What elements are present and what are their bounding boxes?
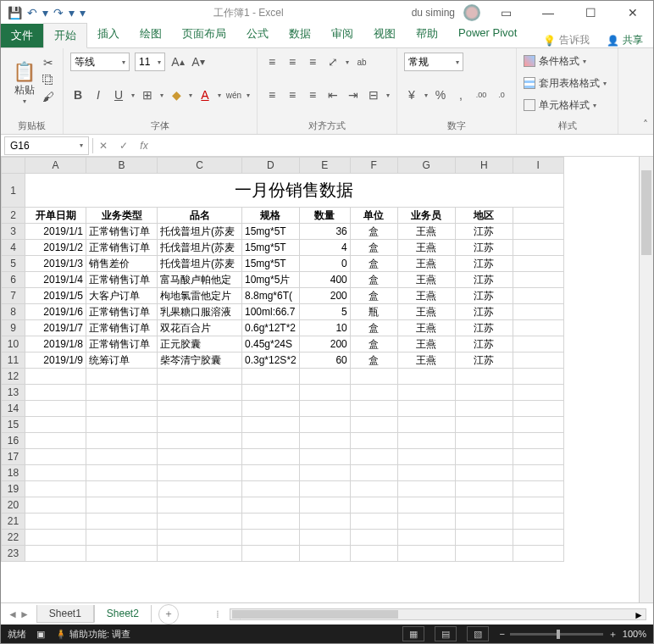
row-header-16[interactable]: 16: [2, 433, 25, 449]
col-header-C[interactable]: C: [158, 158, 242, 174]
close-icon[interactable]: ✕: [616, 1, 650, 25]
cell[interactable]: 正常销售订单: [86, 336, 158, 353]
cell[interactable]: 王燕: [397, 304, 455, 320]
add-sheet-button[interactable]: ＋: [158, 604, 179, 625]
cell[interactable]: 盒: [350, 353, 397, 369]
cell[interactable]: 双花百合片: [158, 320, 242, 336]
cell[interactable]: 盒: [350, 336, 397, 353]
align-bottom-icon[interactable]: ≡: [305, 54, 320, 69]
copy-icon[interactable]: ⿻: [41, 72, 56, 87]
cell[interactable]: 正常销售订单: [86, 272, 158, 288]
cell[interactable]: 大客户订单: [86, 288, 158, 304]
cell[interactable]: 正常销售订单: [86, 320, 158, 336]
cell[interactable]: 200: [299, 288, 350, 304]
indent-right-icon[interactable]: ⇥: [346, 87, 361, 103]
sheet-next-icon[interactable]: ►: [19, 608, 30, 620]
redo-icon[interactable]: ↷: [53, 6, 64, 19]
col-header-E[interactable]: E: [299, 158, 350, 174]
row-header-23[interactable]: 23: [2, 546, 25, 562]
row-header-18[interactable]: 18: [2, 465, 25, 481]
row-header-12[interactable]: 12: [2, 369, 25, 385]
cell[interactable]: 36: [299, 224, 350, 240]
decrease-font-icon[interactable]: A▾: [191, 54, 206, 69]
cell[interactable]: 200: [299, 336, 350, 353]
row-header-2[interactable]: 2: [2, 208, 25, 224]
dec-decimal-icon[interactable]: .0: [494, 87, 509, 103]
undo-more[interactable]: ▾: [42, 6, 48, 19]
tab-插入[interactable]: 插入: [87, 22, 130, 47]
cell[interactable]: 江苏: [455, 320, 513, 336]
orientation-icon[interactable]: ⤢: [325, 54, 341, 69]
currency-icon[interactable]: ¥: [404, 87, 419, 103]
cell[interactable]: 富马酸卢帕他定: [158, 272, 242, 288]
format-painter-icon[interactable]: 🖌: [41, 89, 56, 104]
cell[interactable]: 瓶: [350, 304, 397, 320]
cancel-fx-icon[interactable]: ✕: [93, 140, 114, 152]
header-cell[interactable]: 地区: [455, 208, 513, 224]
cell[interactable]: 正常销售订单: [86, 240, 158, 256]
qat-more[interactable]: ▾: [80, 6, 86, 19]
fill-color-icon[interactable]: ◆: [169, 87, 184, 103]
indent-left-icon[interactable]: ⇤: [325, 87, 341, 103]
name-box[interactable]: G16▾: [4, 136, 89, 155]
cell[interactable]: 王燕: [397, 272, 455, 288]
cell[interactable]: 王燕: [397, 224, 455, 240]
formula-input[interactable]: [154, 136, 653, 155]
align-top-icon[interactable]: ≡: [264, 54, 280, 69]
row-header-8[interactable]: 8: [2, 304, 25, 320]
tab-file[interactable]: 文件: [1, 24, 43, 47]
cell[interactable]: 江苏: [455, 336, 513, 353]
format-table-button[interactable]: 套用表格格式 ▾: [524, 74, 611, 92]
minimize-icon[interactable]: —: [531, 1, 565, 25]
cell[interactable]: 江苏: [455, 256, 513, 272]
tab-帮助[interactable]: 帮助: [406, 22, 448, 47]
italic-button[interactable]: I: [91, 87, 106, 103]
cell[interactable]: 盒: [350, 320, 397, 336]
cell[interactable]: 2019/1/8: [25, 336, 86, 353]
cell[interactable]: 2019/1/7: [25, 320, 86, 336]
sheet-tab-Sheet2[interactable]: Sheet2: [94, 605, 152, 623]
cell[interactable]: 15mg*5T: [242, 256, 300, 272]
row-header-4[interactable]: 4: [2, 240, 25, 256]
cell[interactable]: 0.6g*12T*2: [242, 320, 300, 336]
header-cell[interactable]: 品名: [158, 208, 242, 224]
share-button[interactable]: 👤共享: [596, 33, 653, 47]
select-all[interactable]: [2, 158, 25, 174]
grid[interactable]: ABCDEFGHI1一月份销售数据2开单日期业务类型品名规格数量单位业务员地区3…: [1, 157, 564, 562]
number-format[interactable]: 常规▾: [404, 53, 463, 71]
paste-button[interactable]: 📋 粘贴 ▾: [8, 52, 41, 114]
align-left-icon[interactable]: ≡: [264, 87, 280, 103]
tab-页面布局[interactable]: 页面布局: [172, 22, 236, 47]
cell[interactable]: 盒: [350, 224, 397, 240]
cell[interactable]: 2019/1/9: [25, 353, 86, 369]
cell[interactable]: 江苏: [455, 353, 513, 369]
tab-数据[interactable]: 数据: [279, 22, 321, 47]
col-header-A[interactable]: A: [25, 158, 86, 174]
cell[interactable]: 400: [299, 272, 350, 288]
cell[interactable]: 60: [299, 353, 350, 369]
cell[interactable]: 正常销售订单: [86, 304, 158, 320]
row-header-19[interactable]: 19: [2, 481, 25, 497]
font-size[interactable]: 11▾: [135, 53, 165, 71]
col-header-I[interactable]: I: [513, 158, 563, 174]
tell-me[interactable]: 💡告诉我: [536, 33, 596, 47]
header-cell[interactable]: 单位: [350, 208, 397, 224]
zoom-control[interactable]: − ＋ 100%: [499, 628, 646, 641]
accessibility[interactable]: 🧍 辅助功能: 调查: [55, 628, 130, 641]
cell[interactable]: 托伐普坦片(苏麦: [158, 240, 242, 256]
title-cell[interactable]: 一月份销售数据: [25, 174, 564, 208]
row-header-20[interactable]: 20: [2, 497, 25, 514]
avatar[interactable]: [463, 4, 480, 21]
cell[interactable]: 销售差价: [86, 256, 158, 272]
row-header-14[interactable]: 14: [2, 401, 25, 417]
row-header-22[interactable]: 22: [2, 530, 25, 546]
cell[interactable]: 盒: [350, 272, 397, 288]
cell[interactable]: 王燕: [397, 336, 455, 353]
zoom-out-icon[interactable]: −: [499, 629, 504, 639]
row-header-15[interactable]: 15: [2, 417, 25, 433]
percent-icon[interactable]: %: [433, 87, 448, 103]
zoom-slider[interactable]: [510, 633, 603, 636]
cell[interactable]: 江苏: [455, 288, 513, 304]
cell[interactable]: 统筹订单: [86, 353, 158, 369]
cell[interactable]: 王燕: [397, 256, 455, 272]
